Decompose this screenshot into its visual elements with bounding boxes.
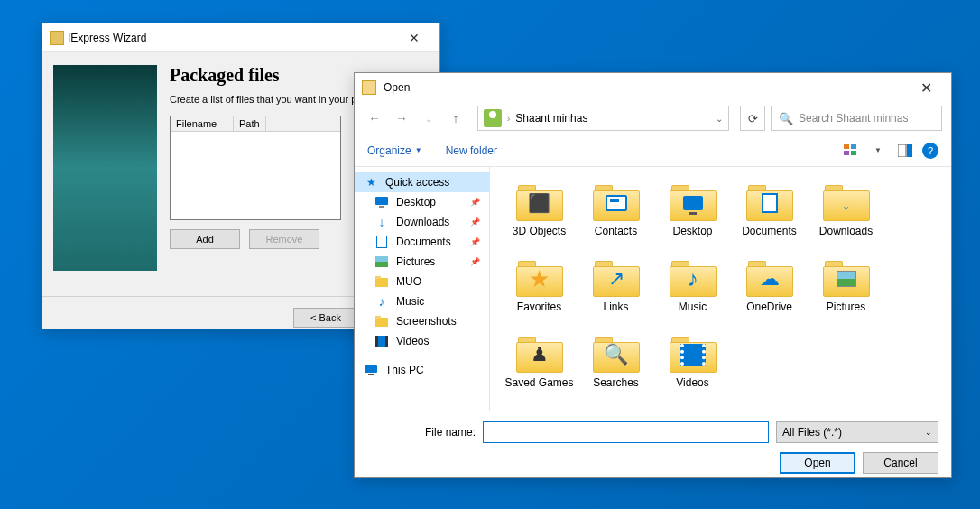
folder-onedrive[interactable]: ☁OneDrive <box>731 259 808 335</box>
music-icon: ♪ <box>680 266 706 292</box>
svg-rect-3 <box>851 151 856 155</box>
opendlg-body: ★ Quick access Desktop📌↓Downloads📌Docume… <box>355 167 951 411</box>
folder-3d-objects[interactable]: ⬛3D Objects <box>501 183 578 259</box>
folder-icon <box>670 183 717 221</box>
folder-icon: ♟ <box>516 335 563 373</box>
folder-label: Contacts <box>595 225 637 237</box>
chevron-down-icon[interactable]: ▼ <box>868 141 888 161</box>
svg-rect-10 <box>375 262 388 267</box>
card-icon <box>604 190 629 216</box>
user-folder-icon <box>484 109 502 127</box>
back-button[interactable]: < Back <box>293 308 358 328</box>
opendlg-toolbar: Organize ▼ New folder ▼ ? <box>355 134 951 167</box>
refresh-icon[interactable]: ⟳ <box>740 106 765 131</box>
nav-forward-icon[interactable]: → <box>391 107 412 129</box>
close-icon[interactable]: ✕ <box>908 79 944 97</box>
documents-icon <box>374 235 389 249</box>
wizard-app-icon <box>50 31 64 45</box>
folder-label: Saved Games <box>504 376 573 389</box>
folder-music[interactable]: ♪Music <box>654 259 731 335</box>
doc-icon <box>757 190 782 216</box>
breadcrumb[interactable]: Shaant minhas <box>515 112 710 125</box>
folder-label: Desktop <box>672 225 712 237</box>
folder-documents[interactable]: Documents <box>731 183 808 259</box>
cancel-button[interactable]: Cancel <box>863 452 938 474</box>
pin-icon: 📌 <box>470 237 480 246</box>
nav-back-icon[interactable]: ← <box>364 107 385 129</box>
sidebar-item-music[interactable]: ♪Music <box>355 292 489 311</box>
opendlg-navbar: ← → ⌄ ↑ › Shaant minhas ⌄ ⟳ 🔍 Search Sha… <box>355 102 951 134</box>
folder-label: OneDrive <box>746 301 792 313</box>
search-input[interactable]: 🔍 Search Shaant minhas <box>771 106 942 131</box>
breadcrumb-sep-icon[interactable]: › <box>507 114 510 124</box>
cloud-icon: ☁ <box>757 266 782 292</box>
add-button[interactable]: Add <box>170 229 240 249</box>
folder-desktop[interactable]: Desktop <box>654 183 731 259</box>
folder-searches[interactable]: 🔍Searches <box>578 335 654 411</box>
sidebar-item-downloads[interactable]: ↓Downloads📌 <box>355 212 489 232</box>
address-bar[interactable]: › Shaant minhas ⌄ <box>477 106 729 131</box>
folder-label: Downloads <box>819 225 873 237</box>
wizard-titlebar[interactable]: IExpress Wizard ✕ <box>42 23 439 52</box>
muo-icon <box>374 274 389 289</box>
svg-rect-2 <box>844 151 849 155</box>
svg-rect-17 <box>365 365 377 373</box>
nav-up-icon[interactable]: ↑ <box>445 107 467 129</box>
sidebar-item-documents[interactable]: Documents📌 <box>355 232 489 252</box>
sidebar-item-label: Screenshots <box>396 315 457 328</box>
folder-saved-games[interactable]: ♟Saved Games <box>501 335 578 411</box>
this-pc-icon <box>364 363 378 377</box>
sidebar-this-pc[interactable]: This PC <box>355 360 489 380</box>
search-icon: 🔍 <box>604 342 629 367</box>
svg-rect-16 <box>378 336 385 347</box>
folder-icon <box>823 259 870 297</box>
chevron-down-icon[interactable]: ⌄ <box>716 114 723 124</box>
chevron-down-icon: ▼ <box>415 146 422 154</box>
view-options-icon[interactable] <box>841 141 861 161</box>
videos-icon <box>374 334 389 348</box>
folder-icon: ★ <box>516 259 563 297</box>
help-icon[interactable]: ? <box>922 143 938 159</box>
sidebar-item-screenshots[interactable]: Screenshots <box>355 311 489 331</box>
folder-favorites[interactable]: ★Favorites <box>501 259 578 335</box>
folder-label: Pictures <box>827 301 865 313</box>
folder-links[interactable]: ↗Links <box>578 259 654 335</box>
folder-pictures[interactable]: Pictures <box>808 259 884 335</box>
sidebar-item-label: Pictures <box>396 255 435 268</box>
folder-icon <box>746 183 793 221</box>
svg-rect-11 <box>375 278 388 287</box>
filename-input[interactable] <box>483 421 769 443</box>
svg-rect-13 <box>375 318 388 327</box>
sidebar-item-videos[interactable]: Videos <box>355 331 489 351</box>
sidebar-item-pictures[interactable]: Pictures📌 <box>355 252 489 272</box>
svg-rect-0 <box>844 144 849 149</box>
svg-rect-4 <box>898 144 906 157</box>
sidebar-item-muo[interactable]: MUO <box>355 272 489 292</box>
folder-label: Music <box>679 301 707 313</box>
organize-menu[interactable]: Organize ▼ <box>367 144 422 157</box>
col-filename[interactable]: Filename <box>171 116 234 131</box>
new-folder-button[interactable]: New folder <box>446 144 497 157</box>
sidebar-item-desktop[interactable]: Desktop📌 <box>355 192 489 212</box>
svg-rect-18 <box>368 374 374 375</box>
search-placeholder: Search Shaant minhas <box>799 112 908 125</box>
wizard-file-list[interactable]: Filename Path <box>170 116 341 220</box>
opendlg-titlebar[interactable]: Open ✕ <box>355 73 951 102</box>
open-button[interactable]: Open <box>780 452 855 474</box>
svg-rect-14 <box>375 316 381 319</box>
sidebar-quick-access[interactable]: ★ Quick access <box>355 172 489 192</box>
pin-icon: 📌 <box>470 198 480 207</box>
opendlg-title: Open <box>376 81 908 94</box>
folder-icon: ⬛ <box>516 183 563 221</box>
recent-locations-icon[interactable]: ⌄ <box>418 107 439 129</box>
file-type-filter[interactable]: All Files (*.*) ⌄ <box>776 421 938 443</box>
file-grid[interactable]: ⬛3D ObjectsContactsDesktopDocuments↓Down… <box>490 167 951 411</box>
folder-label: Favorites <box>517 301 561 313</box>
folder-contacts[interactable]: Contacts <box>578 183 654 259</box>
folder-videos[interactable]: Videos <box>654 335 731 411</box>
sidebar-item-label: Documents <box>396 236 451 248</box>
folder-downloads[interactable]: ↓Downloads <box>808 183 884 259</box>
col-path[interactable]: Path <box>234 116 266 131</box>
preview-pane-icon[interactable] <box>895 141 915 161</box>
close-icon[interactable]: ✕ <box>396 31 432 45</box>
